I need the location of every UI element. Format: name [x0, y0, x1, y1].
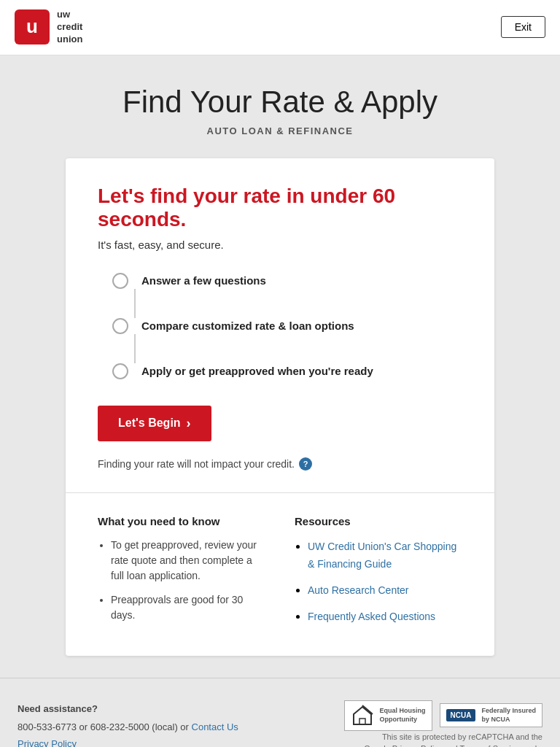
list-item: UW Credit Union's Car Shopping & Financi…	[308, 538, 462, 573]
list-item: Preapprovals are good for 30 days.	[111, 592, 265, 623]
info-icon[interactable]: ?	[299, 457, 312, 471]
recaptcha-notice: This site is protected by reCAPTCHA and …	[364, 731, 542, 747]
resources-title: Resources	[295, 515, 462, 527]
privacy-policy-line: Privacy Policy	[18, 735, 238, 747]
logo: u uw credit union	[15, 9, 82, 46]
need-to-know-list: To get preapproved, review your rate quo…	[98, 538, 265, 623]
need-assistance-label: Need assistance?	[18, 700, 238, 717]
logo-text: uw credit union	[57, 9, 82, 46]
eho-text: Equal Housing Opportunity	[380, 707, 426, 724]
exit-button[interactable]: Exit	[501, 16, 545, 38]
page-subtitle: AUTO LOAN & REFINANCE	[15, 125, 545, 136]
footer-badges: Equal Housing Opportunity NCUA Federally…	[344, 700, 542, 731]
list-item: Frequently Asked Questions	[308, 608, 462, 625]
card-top: Let's find your rate in under 60 seconds…	[66, 158, 494, 492]
svg-marker-2	[354, 707, 371, 724]
ncua-label: NCUA	[446, 709, 476, 721]
cta-button-label: Let's Begin	[118, 417, 181, 430]
step-connector-2	[134, 334, 136, 363]
footer: Need assistance? 800-533-6773 or 608-232…	[0, 678, 560, 747]
step-3-label: Apply or get preapproved when you're rea…	[141, 365, 373, 377]
svg-text:u: u	[26, 15, 38, 37]
ncua-badge: NCUA Federally Insured by NCUA	[440, 703, 542, 727]
phone-line: 800-533-6773 or 608-232-5000 (local) or …	[18, 719, 238, 735]
step-2: Compare customized rate & loan options	[112, 318, 462, 334]
info-col-left: What you need to know To get preapproved…	[98, 515, 265, 634]
lets-begin-button[interactable]: Let's Begin ›	[98, 406, 211, 441]
header: u uw credit union Exit	[0, 0, 560, 55]
resources-list: UW Credit Union's Car Shopping & Financi…	[295, 538, 462, 625]
privacy-policy-link[interactable]: Privacy Policy	[18, 738, 77, 747]
card-bottom: What you need to know To get preapproved…	[66, 492, 494, 656]
headline: Let's find your rate in under 60 seconds…	[98, 185, 462, 231]
step-3: Apply or get preapproved when you're rea…	[112, 363, 462, 379]
list-item: To get preapproved, review your rate quo…	[111, 538, 265, 584]
credit-note: Finding your rate will not impact your c…	[98, 457, 462, 471]
page-title-area: Find Your Rate & Apply AUTO LOAN & REFIN…	[0, 55, 560, 158]
subheadline: It's fast, easy, and secure.	[98, 239, 462, 251]
contact-us-link[interactable]: Contact Us	[192, 721, 238, 732]
step-1-label: Answer a few questions	[141, 274, 266, 287]
auto-research-center-link[interactable]: Auto Research Center	[308, 584, 409, 596]
step-connector-1	[134, 289, 136, 318]
need-to-know-title: What you need to know	[98, 515, 265, 527]
list-item: Auto Research Center	[308, 581, 462, 599]
footer-left: Need assistance? 800-533-6773 or 608-232…	[18, 700, 238, 747]
steps: Answer a few questions Compare customize…	[112, 273, 462, 379]
step-2-label: Compare customized rate & loan options	[141, 320, 354, 332]
step-1-circle	[112, 273, 128, 289]
footer-top: Need assistance? 800-533-6773 or 608-232…	[18, 700, 542, 747]
footer-right: Equal Housing Opportunity NCUA Federally…	[344, 700, 542, 747]
faq-link[interactable]: Frequently Asked Questions	[308, 611, 435, 622]
car-shopping-guide-link[interactable]: UW Credit Union's Car Shopping & Financi…	[308, 541, 456, 570]
cta-arrow-icon: ›	[187, 416, 191, 431]
page-title: Find Your Rate & Apply	[15, 85, 545, 120]
svg-marker-4	[362, 705, 373, 714]
step-2-circle	[112, 318, 128, 334]
step-1: Answer a few questions	[112, 273, 462, 289]
uw-credit-union-logo-icon: u	[15, 9, 50, 44]
equal-housing-badge: Equal Housing Opportunity	[344, 700, 432, 731]
ncua-text: Federally Insured by NCUA	[481, 707, 536, 724]
svg-rect-3	[359, 719, 365, 724]
step-3-circle	[112, 363, 128, 379]
main-card: Let's find your rate in under 60 seconds…	[66, 158, 494, 656]
info-col-right: Resources UW Credit Union's Car Shopping…	[295, 515, 462, 634]
equal-housing-icon	[351, 704, 374, 727]
